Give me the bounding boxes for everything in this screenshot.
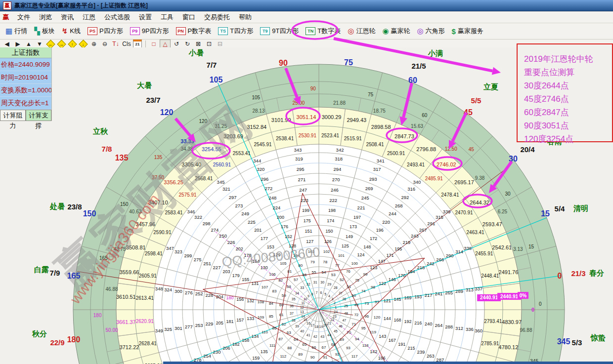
menu-item-5[interactable]: 设置	[134, 11, 156, 23]
menu-item-9[interactable]: 帮助	[234, 11, 256, 23]
svg-text:273: 273	[235, 203, 243, 208]
svg-text:297: 297	[229, 195, 237, 200]
svg-text:198: 198	[328, 208, 336, 213]
menu-item-8[interactable]: 交易委托	[200, 11, 234, 23]
svg-text:290: 290	[446, 253, 454, 258]
svg-text:46.88: 46.88	[106, 286, 118, 292]
svg-text:204: 204	[216, 294, 223, 299]
svg-text:202: 202	[236, 246, 243, 251]
toolbar-button-江恩轮[interactable]: ◎江恩轮	[344, 25, 379, 37]
toolbar-button-K线[interactable]: ↯K线	[58, 25, 84, 37]
menu-item-1[interactable]: 浏览	[35, 11, 56, 23]
svg-text:169: 169	[404, 295, 411, 300]
svg-text:43: 43	[320, 335, 324, 338]
svg-text:170: 170	[398, 273, 405, 278]
cls-button[interactable]: Cls	[122, 40, 131, 48]
toolbar-button-9P四方形[interactable]: P99P四方形	[127, 25, 173, 37]
9t-square-icon: T9	[260, 27, 270, 35]
toolbar-button-赢家轮[interactable]: ◉赢家轮	[379, 25, 413, 37]
step-left-icon[interactable]: ←	[45, 40, 55, 48]
svg-text:97: 97	[375, 300, 379, 304]
toolbar-button-行情[interactable]: ▦行情	[2, 25, 31, 37]
svg-text:264: 264	[435, 323, 442, 328]
toolbar-button-P四方形[interactable]: PSP四方形	[84, 25, 127, 37]
step-right-icon[interactable]: →	[56, 40, 66, 48]
delete-box-icon[interactable]: ⊠	[193, 40, 203, 48]
calendar-icon[interactable]: 21	[132, 40, 142, 48]
svg-text:30: 30	[320, 281, 324, 284]
zoom-out-icon[interactable]: ⊖	[100, 40, 110, 48]
svg-text:244: 244	[389, 211, 396, 216]
svg-text:323: 323	[175, 249, 182, 254]
svg-text:225: 225	[248, 219, 256, 225]
calc-support-button[interactable]: 计算支撑	[26, 110, 51, 121]
rotate-cw-icon[interactable]: ↻	[182, 40, 192, 48]
rotate-ccw-icon[interactable]: ↺	[172, 40, 181, 48]
hexagon-icon: ◎	[417, 27, 424, 36]
svg-text:2485.91: 2485.91	[425, 176, 443, 181]
svg-text:315: 315	[436, 214, 443, 220]
svg-text:18.75: 18.75	[373, 108, 386, 114]
calc-resistance-button[interactable]: 计算阻力	[0, 110, 26, 121]
menu-item-0[interactable]: 文件	[13, 11, 35, 23]
svg-text:3661.37: 3661.37	[116, 319, 136, 325]
step-down-icon[interactable]: ↓	[78, 40, 88, 48]
toolbar-button-六角形[interactable]: ◎六角形	[414, 25, 448, 37]
svg-text:215: 215	[408, 346, 415, 351]
svg-text:347: 347	[166, 245, 174, 251]
svg-text:180: 180	[93, 313, 102, 318]
step-up-icon[interactable]: ↑	[67, 40, 77, 48]
price-time-icon[interactable]: T↓	[111, 40, 121, 48]
toolbar-button-P数字表[interactable]: PNP数字表	[173, 25, 215, 37]
title-bar[interactable]: 赢 赢家江恩专业版[赢家服务平台] - [上证指数 江恩轮]	[0, 0, 613, 11]
svg-text:2470.91: 2470.91	[455, 210, 473, 215]
svg-text:77: 77	[335, 263, 340, 268]
toolbar-button-板块[interactable]: ▚板块	[31, 25, 58, 37]
pan-up-icon[interactable]: ▲	[24, 40, 34, 48]
pan-down-icon[interactable]: ▼	[35, 40, 44, 48]
svg-text:55: 55	[312, 270, 316, 275]
callout-line-5: 90度3051点	[524, 119, 612, 132]
pan-right-icon[interactable]: ▶	[13, 40, 23, 48]
svg-text:269: 269	[365, 186, 373, 191]
svg-text:2695.17: 2695.17	[454, 179, 474, 185]
center-view-icon[interactable]: ⊡	[204, 40, 214, 48]
sectors-icon: ▚	[34, 27, 40, 36]
toolbar-button-9T四方形[interactable]: T99T四方形	[257, 25, 302, 37]
menu-item-7[interactable]: 窗口	[178, 11, 200, 23]
toolbar-button-T四方形[interactable]: TST四方形	[215, 25, 257, 37]
svg-text:132: 132	[247, 298, 254, 303]
svg-text:2530.91: 2530.91	[299, 133, 317, 138]
svg-text:243: 243	[411, 233, 419, 239]
svg-text:168: 168	[394, 318, 401, 323]
menu-item-6[interactable]: 工具	[156, 11, 178, 23]
svg-text:86: 86	[272, 326, 276, 330]
svg-text:144: 144	[384, 316, 391, 321]
svg-text:220: 220	[382, 219, 390, 225]
svg-text:171: 171	[386, 253, 394, 258]
menu-item-3[interactable]: 江恩	[78, 11, 100, 23]
toolbar-button-赢家服务[interactable]: $赢家服务	[448, 25, 487, 37]
svg-text:275: 275	[194, 257, 202, 262]
svg-text:148: 148	[363, 244, 371, 249]
svg-text:253: 253	[195, 323, 203, 328]
rect-tool-icon[interactable]: □	[149, 40, 159, 48]
svg-text:196: 196	[376, 228, 384, 233]
svg-text:0: 0	[531, 307, 534, 313]
svg-text:42: 42	[313, 335, 317, 338]
svg-text:9: 9	[307, 294, 309, 298]
screen-icon[interactable]: ⊟	[215, 40, 225, 48]
toolbar-button-T数字表[interactable]: TNT数字表	[302, 25, 344, 37]
svg-text:2644.32: 2644.32	[470, 200, 489, 205]
menu-item-2[interactable]: 资讯	[56, 11, 78, 23]
menu-item-4[interactable]: 公式选股	[100, 11, 134, 23]
svg-text:21.88: 21.88	[333, 100, 346, 106]
svg-text:172: 172	[370, 236, 377, 241]
pan-left-icon[interactable]: ◀	[2, 40, 12, 48]
side-panel-buttons: 计算阻力计算支撑	[0, 110, 51, 121]
zoom-in-icon[interactable]: ⊕	[89, 40, 99, 48]
svg-text:32: 32	[306, 283, 310, 286]
window-title: 赢家江恩专业版[赢家服务平台] - [上证指数 江恩轮]	[14, 1, 148, 10]
svg-text:2448.41: 2448.41	[481, 273, 499, 279]
svg-text:21: 21	[327, 322, 331, 325]
